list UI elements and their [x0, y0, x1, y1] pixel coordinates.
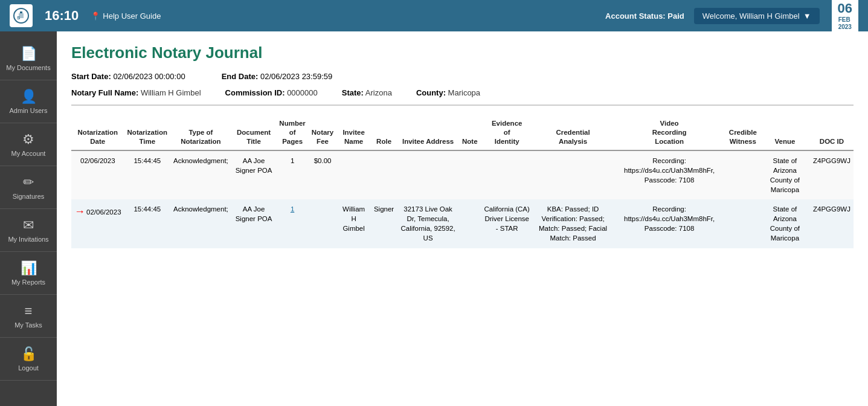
cell-role: Signer [371, 199, 397, 248]
col-document-title: DocumentTitle [231, 115, 277, 150]
logout-icon: 🔓 [21, 346, 37, 362]
col-venue: Venue [760, 115, 810, 150]
cell-note [459, 150, 481, 199]
col-notarization-date: NotarizationDate [71, 115, 124, 150]
sidebar-item-my-documents[interactable]: 📄My Documents [0, 37, 57, 80]
sidebar-item-label: Logout [18, 364, 39, 372]
table-header-row: NotarizationDate NotarizationTime Type o… [71, 115, 854, 150]
svg-text:S: S [17, 15, 21, 21]
cell-invitee-address: 32173 Live Oak Dr, Temecula, California,… [397, 199, 459, 248]
table-row: →02/06/202315:44:45Acknowledgment;AA Joe… [71, 199, 854, 248]
cell-doc-id: Z4PGG9WJ [810, 150, 854, 199]
row-arrow-indicator: → [74, 204, 85, 219]
cell-role [371, 150, 397, 199]
col-notary-fee: NotaryFee [309, 115, 336, 150]
cell-type-of-notarization: Acknowledgment; [170, 150, 231, 199]
app-header: S 16:10 📍 Help User Guide Account Status… [0, 0, 868, 31]
cell-document-title: AA Joe Signer POA [231, 150, 277, 199]
col-role: Role [371, 115, 397, 150]
cell-video-recording-location: Recording: https://ds4u.cc/Uah3Mm8hFr, P… [612, 150, 725, 199]
cell-document-title: AA Joe Signer POA [231, 199, 277, 248]
sidebar-item-my-reports[interactable]: 📊My Reports [0, 252, 57, 295]
cell-number-of-pages: 1 [276, 199, 308, 248]
journal-table: NotarizationDate NotarizationTime Type o… [71, 115, 854, 248]
cell-doc-id: Z4PGG9WJ [810, 199, 854, 248]
dropdown-arrow-icon: ▼ [803, 11, 811, 21]
date-day: 06 [838, 1, 852, 16]
col-credible-witness: CredibleWitness [726, 115, 760, 150]
cell-venue: State of Arizona County of Maricopa [760, 150, 810, 199]
my-tasks-icon: ≡ [25, 303, 33, 319]
logo: S [10, 4, 33, 27]
col-invitee-address: Invitee Address [397, 115, 459, 150]
cell-notarization-date: →02/06/2023 [71, 199, 124, 248]
sidebar-item-label: My Invitations [8, 236, 48, 243]
cell-invitee-address [397, 150, 459, 199]
cell-notarization-date: 02/06/2023 [71, 150, 124, 199]
account-status-label: Account Status: [605, 11, 666, 21]
col-video-recording-location: VideoRecordingLocation [612, 115, 725, 150]
cell-evidence-of-identity [481, 150, 533, 199]
cell-invitee-name: William H Gimbel [336, 199, 371, 248]
my-account-icon: ⚙ [22, 132, 34, 147]
col-invitee-name: Invitee Name [336, 115, 371, 150]
sidebar-item-my-invitations[interactable]: ✉My Invitations [0, 209, 57, 252]
cell-credential-analysis [533, 150, 613, 199]
sidebar-item-label: Signatures [13, 193, 45, 200]
cell-credible-witness [726, 199, 760, 248]
my-invitations-icon: ✉ [23, 218, 34, 233]
sidebar-item-label: My Account [11, 150, 46, 157]
date-row: Start Date: 02/06/2023 00:00:00 End Date… [71, 72, 854, 81]
info-row: Notary Full Name: William H Gimbel Commi… [71, 88, 854, 106]
sidebar-item-label: My Reports [11, 279, 45, 286]
admin-users-icon: 👤 [21, 89, 37, 105]
commission-id: Commission ID: 0000000 [225, 88, 318, 97]
cell-note [459, 199, 481, 248]
cell-evidence-of-identity: California (CA) Driver License - STAR [481, 199, 533, 248]
state: State: Arizona [342, 88, 392, 97]
notary-full-name: Notary Full Name: William H Gimbel [71, 88, 201, 97]
page-title: Electronic Notary Journal [71, 44, 854, 62]
col-note: Note [459, 115, 481, 150]
my-documents-icon: 📄 [21, 46, 37, 62]
cell-number-of-pages: 1 [276, 150, 308, 199]
start-date: Start Date: 02/06/2023 00:00:00 [71, 72, 185, 81]
my-reports-icon: 📊 [21, 260, 37, 276]
sidebar-item-label: My Tasks [14, 321, 42, 329]
sidebar-item-label: Admin Users [10, 107, 48, 114]
help-user-guide-link[interactable]: 📍 Help User Guide [91, 11, 161, 21]
col-evidence-identity: EvidenceofIdentity [481, 115, 533, 150]
sidebar-item-admin-users[interactable]: 👤Admin Users [0, 80, 57, 123]
main-content: Electronic Notary Journal Start Date: 02… [57, 31, 868, 406]
cell-credible-witness [726, 150, 760, 199]
pages-link[interactable]: 1 [291, 205, 294, 213]
end-date: End Date: 02/06/2023 23:59:59 [222, 72, 333, 81]
welcome-button[interactable]: Welcome, William H Gimbel ▼ [694, 8, 820, 24]
sidebar-item-my-account[interactable]: ⚙My Account [0, 123, 57, 166]
date-month-year: FEB2023 [838, 16, 852, 31]
pin-icon: 📍 [91, 11, 100, 21]
cell-notarization-time: 15:44:45 [124, 150, 170, 199]
account-status-value: Paid [667, 11, 684, 21]
col-credential-analysis: CredentialAnalysis [533, 115, 613, 150]
logo-icon: S [10, 4, 33, 27]
cell-video-recording-location: Recording: https://ds4u.cc/Uah3Mm8hFr, P… [612, 199, 725, 248]
col-type-of-notarization: Type ofNotarization [170, 115, 231, 150]
county: County: Maricopa [416, 88, 480, 97]
sidebar-item-label: My Documents [6, 64, 50, 71]
signatures-icon: ✏ [23, 175, 34, 190]
header-date: 06 FEB2023 [832, 0, 858, 33]
cell-type-of-notarization: Acknowledgment; [170, 199, 231, 248]
table-row: 02/06/202315:44:45Acknowledgment;AA Joe … [71, 150, 854, 199]
col-notarization-time: NotarizationTime [124, 115, 170, 150]
cell-notarization-time: 15:44:45 [124, 199, 170, 248]
col-number-of-pages: NumberofPages [276, 115, 308, 150]
cell-notary-fee [309, 199, 336, 248]
cell-credential-analysis: KBA: Passed; ID Verification: Passed; Ma… [533, 199, 613, 248]
cell-venue: State of Arizona County of Maricopa [760, 199, 810, 248]
sidebar-item-signatures[interactable]: ✏Signatures [0, 166, 57, 209]
sidebar-item-my-tasks[interactable]: ≡My Tasks [0, 295, 57, 338]
account-status: Account Status: Paid [605, 11, 684, 21]
col-doc-id: DOC ID [810, 115, 854, 150]
sidebar-item-logout[interactable]: 🔓Logout [0, 338, 57, 381]
